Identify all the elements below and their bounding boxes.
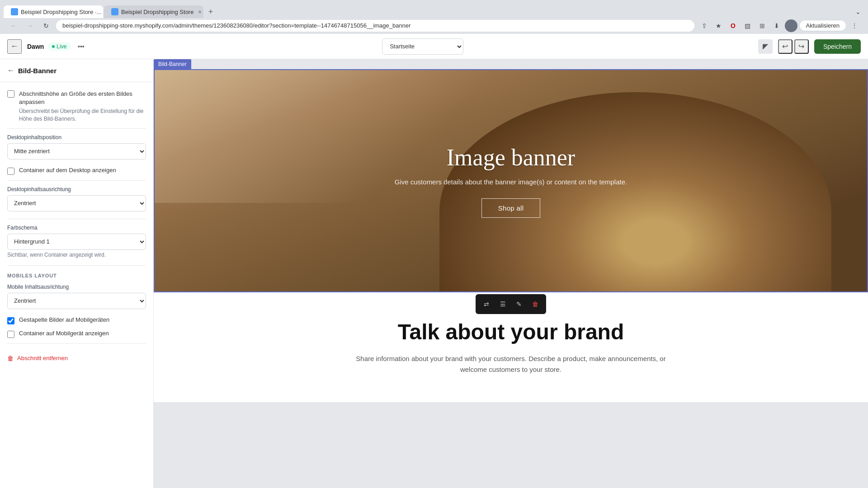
divider-4	[7, 265, 146, 266]
tab-favicon-2	[111, 8, 118, 15]
tab-active[interactable]: Beispiel Dropshipping Store ·... ✕	[4, 5, 103, 18]
desktop-view-button[interactable]: ◤	[758, 39, 773, 54]
banner-subtitle: Give customers details about the banner …	[395, 178, 627, 186]
banner-section-wrapper: Bild-Banner Image banner Gi	[154, 59, 868, 292]
tab-label-inactive: Beispiel Dropshipping Store	[121, 9, 193, 15]
menu-button[interactable]: ⋮	[848, 19, 861, 32]
delete-section-label: Abschnitt entfernen	[17, 355, 68, 361]
mobile-layout-label: MOBILES LAYOUT	[7, 273, 146, 278]
banner-title: Image banner	[395, 144, 627, 171]
checkbox-group-3: Gestapelte Bilder auf Mobilgeräten	[7, 316, 146, 324]
undo-button[interactable]: ↩	[778, 39, 793, 54]
color-scheme-select[interactable]: Hintergrund 1	[7, 234, 146, 250]
desktop-position-select[interactable]: Mitte zentriert	[7, 143, 146, 160]
grid-button[interactable]: ⊞	[756, 19, 769, 32]
tab-bar: Beispiel Dropshipping Store ·... ✕ Beisp…	[0, 0, 868, 18]
forward-nav-button[interactable]: →	[24, 19, 36, 32]
address-input[interactable]	[56, 20, 694, 32]
live-dot	[52, 45, 55, 48]
banner-wrapper[interactable]: Image banner Give customers details abou…	[154, 69, 868, 292]
browser-chrome: Beispiel Dropshipping Store ·... ✕ Beisp…	[0, 0, 868, 34]
sidebar: ← Bild-Banner Abschnittshöhe an Größe de…	[0, 59, 154, 488]
view-buttons: ◤	[758, 39, 773, 54]
toolbar-align-button[interactable]: ☰	[495, 297, 510, 311]
trash-icon: 🗑	[7, 355, 14, 362]
delete-section-button[interactable]: 🗑 Abschnitt entfernen	[7, 349, 146, 367]
banner-content: Image banner Give customers details abou…	[395, 144, 627, 218]
extensions-button[interactable]: ▧	[741, 19, 754, 32]
toolbar-edit-button[interactable]: ✎	[512, 297, 526, 311]
reload-button[interactable]: ↻	[40, 19, 52, 32]
tab-favicon	[11, 8, 18, 15]
banner-shop-all-button[interactable]: Shop all	[481, 198, 541, 218]
toolbar-delete-button[interactable]: 🗑	[528, 297, 542, 311]
checkbox-group-4: Container auf Mobilgerät anzeigen	[7, 330, 146, 338]
checkbox-stacked-images[interactable]	[7, 317, 14, 324]
checkbox-label-2[interactable]: Container auf dem Desktop anzeigen	[19, 167, 116, 174]
brand-title: Talk about your brand	[172, 319, 850, 344]
color-scheme-hint: Sichtbar, wenn Container angezeigt wird.	[7, 252, 146, 258]
back-nav-button[interactable]: ←	[7, 19, 20, 32]
sidebar-title: Bild-Banner	[18, 67, 57, 75]
more-button[interactable]: •••	[75, 40, 87, 53]
theme-back-button[interactable]: ←	[7, 39, 22, 54]
live-label: Live	[57, 43, 66, 50]
form-group-desktop-align: Desktopinhaltsausrichtung Zentriert	[7, 186, 146, 211]
opera-icon[interactable]: O	[727, 19, 740, 32]
checkbox-mobile-container[interactable]	[7, 331, 14, 338]
divider-1	[7, 128, 146, 129]
tab-label-active: Beispiel Dropshipping Store ·...	[21, 9, 101, 15]
mobile-align-select[interactable]: Zentriert	[7, 293, 146, 309]
app-container: ← Dawn Live ••• Startseite ◤ ↩ ↪ Speiche…	[0, 34, 868, 488]
app-header: ← Dawn Live ••• Startseite ◤ ↩ ↪ Speiche…	[0, 34, 868, 59]
share-button[interactable]: ⇪	[698, 19, 711, 32]
banner-image: Image banner Give customers details abou…	[155, 70, 867, 291]
form-group-color-scheme: Farbschema Hintergrund 1 Sichtbar, wenn …	[7, 225, 146, 258]
profile-avatar[interactable]	[785, 19, 797, 32]
checkbox-desc-1: Überschreibt bei Überprüfung die Einstel…	[19, 108, 146, 123]
save-browser-button[interactable]: ⬇	[770, 19, 783, 32]
checkbox-desktop-container[interactable]	[7, 168, 14, 175]
sidebar-back-button[interactable]: ←	[7, 66, 14, 75]
page-dropdown[interactable]: Startseite	[382, 38, 463, 55]
divider-3	[7, 219, 146, 219]
browser-actions: ⇪ ★ O ▧ ⊞ ⬇ Aktualisieren ⋮	[698, 19, 861, 32]
checkbox-label-1[interactable]: Abschnittshöhe an Größe des ersten Bilde…	[19, 90, 132, 105]
live-badge: Live	[47, 42, 71, 51]
sidebar-content: Abschnittshöhe an Größe des ersten Bilde…	[0, 82, 153, 375]
preview-area: Bild-Banner Image banner Gi	[154, 59, 868, 488]
theme-name: Dawn	[27, 43, 44, 50]
tab-inactive[interactable]: Beispiel Dropshipping Store ✕	[104, 5, 203, 18]
form-group-desktop-position: Desktopinhaltsposition Mitte zentriert	[7, 134, 146, 160]
preview-inner: Bild-Banner Image banner Gi	[154, 59, 868, 402]
desktop-position-label: Desktopinhaltsposition	[7, 134, 146, 141]
divider-5	[7, 343, 146, 344]
sidebar-header: ← Bild-Banner	[0, 59, 153, 82]
new-tab-button[interactable]: +	[204, 5, 217, 18]
banner-section-label: Bild-Banner	[154, 59, 191, 69]
redo-button[interactable]: ↪	[794, 39, 809, 54]
page-select-wrapper: Startseite	[382, 38, 463, 55]
brand-description: Share information about your brand with …	[353, 353, 669, 375]
browser-expand[interactable]: ⌄	[852, 5, 864, 18]
save-button[interactable]: Speichern	[814, 39, 861, 54]
main-content: ← Bild-Banner Abschnittshöhe an Größe de…	[0, 59, 868, 488]
aktualisieren-button[interactable]: Aktualisieren	[799, 20, 846, 31]
desktop-align-label: Desktopinhaltsausrichtung	[7, 186, 146, 192]
checkbox-section-height[interactable]	[7, 90, 14, 98]
checkbox-label-3[interactable]: Gestapelte Bilder auf Mobilgeräten	[19, 316, 109, 323]
tab-close-inactive[interactable]: ✕	[196, 8, 203, 15]
address-bar: ← → ↻ ⇪ ★ O ▧ ⊞ ⬇ Aktualisieren ⋮	[0, 18, 868, 34]
floating-toolbar: ⇄ ☰ ✎ 🗑	[476, 294, 546, 314]
desktop-align-select[interactable]: Zentriert	[7, 195, 146, 211]
toolbar-move-button[interactable]: ⇄	[479, 297, 494, 311]
checkbox-group-1: Abschnittshöhe an Größe des ersten Bilde…	[7, 89, 146, 123]
checkbox-label-4[interactable]: Container auf Mobilgerät anzeigen	[19, 330, 109, 337]
bookmark-button[interactable]: ★	[712, 19, 725, 32]
checkbox-group-2: Container auf dem Desktop anzeigen	[7, 167, 146, 175]
form-group-mobile-align: Mobile Inhaltsausrichtung Zentriert	[7, 284, 146, 309]
mobile-align-label: Mobile Inhaltsausrichtung	[7, 284, 146, 290]
color-scheme-label: Farbschema	[7, 225, 146, 231]
divider-2	[7, 180, 146, 181]
